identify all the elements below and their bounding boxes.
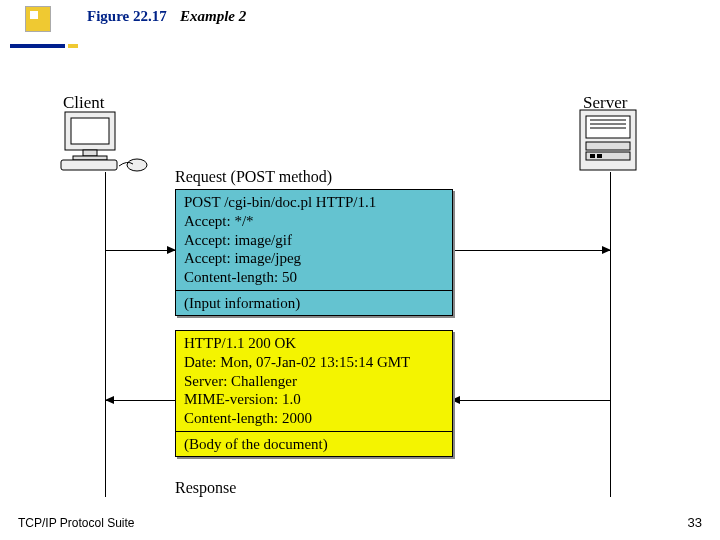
svg-rect-1 [71,118,109,144]
response-line: Server: Challenger [184,372,444,391]
response-arrow-left-segment [106,400,175,401]
figure-title: Example 2 [180,8,246,25]
request-body-note: (Input information) [184,294,444,313]
footer-text: TCP/IP Protocol Suite [18,516,135,530]
request-line: Accept: image/jpeg [184,249,444,268]
client-lifeline [105,172,106,497]
request-line: POST /cgi-bin/doc.pl HTTP/1.1 [184,193,444,212]
svg-rect-7 [586,116,630,138]
svg-rect-2 [83,150,97,156]
response-caption: Response [175,479,236,497]
svg-rect-4 [61,160,117,170]
svg-rect-14 [597,154,602,158]
bullet-icon [25,6,51,32]
request-line: Content-length: 50 [184,268,444,287]
response-box: HTTP/1.1 200 OK Date: Mon, 07-Jan-02 13:… [175,330,453,457]
divider [176,431,452,432]
response-line: HTTP/1.1 200 OK [184,334,444,353]
request-arrow-right-segment [452,250,610,251]
server-tower-icon [570,108,650,172]
response-arrow-right-segment [452,400,610,401]
svg-point-5 [127,159,147,171]
svg-rect-8 [586,142,630,150]
response-line: MIME-version: 1.0 [184,390,444,409]
request-box: POST /cgi-bin/doc.pl HTTP/1.1 Accept: */… [175,189,453,316]
response-line: Content-length: 2000 [184,409,444,428]
figure-number: Figure 22.17 [87,8,167,25]
svg-rect-13 [590,154,595,158]
page-number: 33 [688,515,702,530]
rule-blue [10,44,65,48]
server-lifeline [610,172,611,497]
divider [176,290,452,291]
request-line: Accept: image/gif [184,231,444,250]
svg-rect-3 [73,156,107,160]
response-line: Date: Mon, 07-Jan-02 13:15:14 GMT [184,353,444,372]
request-caption: Request (POST method) [175,168,332,186]
client-computer-icon [55,110,155,172]
request-arrow-left-segment [106,250,175,251]
request-line: Accept: */* [184,212,444,231]
response-body-note: (Body of the document) [184,435,444,454]
rule-gold [68,44,78,48]
